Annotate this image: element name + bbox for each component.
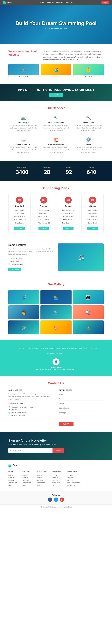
welcome-left: Welcome to Our Pool Website bbox=[8, 50, 39, 58]
submit-button[interactable]: SUBMIT bbox=[59, 422, 74, 426]
pool-card-beauty: 🏊 Beauty Pool bbox=[8, 64, 39, 78]
footer-link[interactable]: Terms & Conditions bbox=[67, 482, 81, 484]
footer-link[interactable]: Testimonials bbox=[8, 482, 17, 484]
pool-card-kids: 👶 Kids Pool bbox=[73, 64, 104, 78]
footer-link[interactable]: Testimonials bbox=[23, 482, 31, 484]
pool-kids-label: Kids Pool bbox=[73, 75, 104, 78]
footer-link[interactable]: Portfolio bbox=[67, 477, 81, 478]
pricing-standard: $30 Standard Slide - Toddler Coffee Brea… bbox=[8, 194, 31, 232]
renovations-icon: 🏗️ bbox=[42, 137, 70, 142]
stat-awards: Awards 640 bbox=[87, 166, 96, 175]
promo-banner: 10% OFF FIRST PURCHASE DIVING EQUIPMENT … bbox=[0, 84, 112, 101]
signup-golden[interactable]: Sign Up bbox=[63, 226, 73, 230]
hero-title: Build Your Dream Swimming Pool bbox=[16, 20, 97, 26]
maintenance-icon: 🔨 bbox=[75, 116, 102, 120]
newsletter-input[interactable] bbox=[8, 448, 52, 453]
gallery-grid: 🤿 🏊 👨‍👩‍👧 👩 🏊‍♂️ 🌊 🏄 🎨 🧜 bbox=[8, 290, 104, 334]
nav-about[interactable]: About Us bbox=[47, 2, 54, 4]
features-description: Each of our amenity pool services pool v… bbox=[8, 248, 54, 256]
facebook-icon[interactable]: f bbox=[48, 498, 52, 502]
name-input[interactable] bbox=[59, 392, 104, 396]
footer-link[interactable]: FAQ bbox=[37, 484, 46, 486]
footer-link[interactable]: FAQ bbox=[52, 484, 62, 486]
footer-link[interactable]: Our Staff bbox=[67, 479, 81, 481]
footer-link[interactable]: Services bbox=[23, 474, 31, 476]
address-line1: 📍 1247 Blue Pointe Avenue, Orilla bbox=[8, 406, 53, 408]
service-repair-name: Repair bbox=[75, 143, 102, 145]
features-heading: Some Features bbox=[8, 244, 54, 246]
gallery-item-8: 🎨 bbox=[40, 320, 71, 334]
newsletter-submit[interactable]: SUBMIT bbox=[52, 448, 64, 453]
features-learn-button[interactable]: Learn More bbox=[8, 268, 21, 271]
footer-link[interactable]: Services bbox=[8, 474, 17, 476]
signup-standard[interactable]: Sign Up bbox=[14, 226, 25, 230]
footer-link[interactable]: Services bbox=[67, 474, 81, 476]
feature-2-0: Total Classes - 15 bbox=[59, 208, 78, 212]
services-grid: 🏊 Pool Design Each of our amenity pool s… bbox=[8, 114, 104, 155]
service-repair: ⚙️ Repair Each of our amenity pool servi… bbox=[74, 136, 104, 155]
footer-col-story-heading: OUR STORY bbox=[67, 471, 81, 473]
email-input[interactable] bbox=[59, 397, 104, 401]
feature-3-2: Coffee Break bbox=[83, 215, 102, 218]
footer-link[interactable]: Our Staff bbox=[8, 479, 17, 481]
footer-link[interactable]: Testimonials bbox=[52, 482, 62, 484]
footer-link[interactable]: Portfolio bbox=[37, 477, 46, 478]
feature-2-1: Coffee Break bbox=[59, 212, 78, 215]
plan-name-golden: Golden bbox=[59, 205, 78, 207]
stat-label-3: Awards bbox=[87, 167, 96, 168]
features-image: 🏄‍♀️ bbox=[58, 244, 104, 271]
pricing-cards: $30 Standard Slide - Toddler Coffee Brea… bbox=[8, 194, 104, 232]
testimonial-role: Each of Our amenity pool services, We ar… bbox=[14, 368, 98, 370]
gallery-item-9: 🧜 bbox=[73, 320, 104, 334]
nav-services[interactable]: Services bbox=[56, 2, 63, 4]
service-pool-construction-desc: Each of our amenity pool services pool v… bbox=[42, 124, 70, 132]
footer-link[interactable]: Testimonials bbox=[37, 482, 46, 484]
footer-link[interactable]: Services bbox=[52, 474, 62, 476]
footer-link[interactable]: FAQ bbox=[23, 484, 31, 486]
address-label: Address & Direction bbox=[8, 402, 53, 405]
nav-contact[interactable]: Contact Us bbox=[65, 2, 73, 4]
stat-value-3: 640 bbox=[87, 169, 96, 175]
nav-home[interactable]: Home bbox=[40, 2, 44, 4]
plan-name-ultimate: Ultimate bbox=[83, 205, 102, 207]
feature-0-3: Total Classes - 10 bbox=[10, 218, 29, 222]
main-nav: Home About Us Services Contact Us bbox=[40, 2, 74, 4]
location2-icon: 📍 bbox=[8, 409, 10, 411]
footer-link[interactable]: Contact Us bbox=[67, 484, 81, 486]
footer-link[interactable]: Our Staff bbox=[52, 479, 62, 481]
footer-link[interactable]: Services bbox=[37, 474, 46, 476]
footer-col-home: HOME Services Portfolio Our Staff Testim… bbox=[8, 471, 17, 487]
welcome-inner: Welcome to Our Pool Website Each of our … bbox=[8, 50, 104, 62]
stat-label-0: Happy Clients bbox=[16, 167, 28, 168]
footer-col-home-heading: HOME bbox=[8, 471, 17, 473]
footer-col-plans: OUR PLANS Services Portfolio Our Staff T… bbox=[37, 471, 46, 487]
subject-input[interactable] bbox=[59, 402, 104, 405]
footer-bottom: © 2016 Pool. All rights reserved. | Desi… bbox=[0, 504, 112, 510]
address-line2: 📍 425 USA bbox=[8, 409, 53, 411]
message-input[interactable] bbox=[59, 411, 104, 420]
service-spa: 🛁 Spa Restoration Each of our amenity po… bbox=[8, 136, 38, 155]
login-button[interactable]: Login bbox=[101, 1, 109, 4]
testimonial-name: Adam Lobster bbox=[14, 366, 98, 368]
footer-link[interactable]: Our Staff bbox=[23, 479, 31, 481]
footer-link[interactable]: Portfolio bbox=[23, 477, 31, 478]
phone-input[interactable] bbox=[59, 406, 104, 410]
welcome-heading: Welcome to Our Pool Website bbox=[8, 50, 39, 56]
pool-dream-img: 🏄 bbox=[41, 64, 71, 75]
feature-1-4: Total Classes - 20 bbox=[34, 222, 53, 224]
footer-link[interactable]: FAQ bbox=[8, 484, 17, 486]
footer-link[interactable]: Our Staff bbox=[37, 479, 46, 481]
footer-col-plans-heading: OUR PLANS bbox=[37, 471, 46, 473]
google-plus-icon[interactable]: g+ bbox=[60, 498, 64, 502]
signup-premium[interactable]: Sign Up bbox=[38, 226, 49, 230]
signup-ultimate[interactable]: Sign Up bbox=[87, 226, 98, 230]
twitter-icon[interactable]: t bbox=[54, 498, 58, 502]
footer-link[interactable]: Portfolio bbox=[8, 477, 17, 478]
newsletter-description: Enter your email address to receive mont… bbox=[8, 444, 104, 446]
pricing-title: Our Pricing Plans bbox=[8, 186, 104, 190]
footer-nav: 🏊 Pool HOME Services Portfolio Our Staff… bbox=[0, 460, 112, 491]
promo-button[interactable]: Learn More bbox=[49, 93, 63, 97]
service-maintenance-desc: Each of our amenity pool services pool v… bbox=[75, 124, 102, 132]
footer-link[interactable]: Portfolio bbox=[52, 477, 62, 478]
feature-1-1: Coffee Break bbox=[34, 212, 53, 215]
